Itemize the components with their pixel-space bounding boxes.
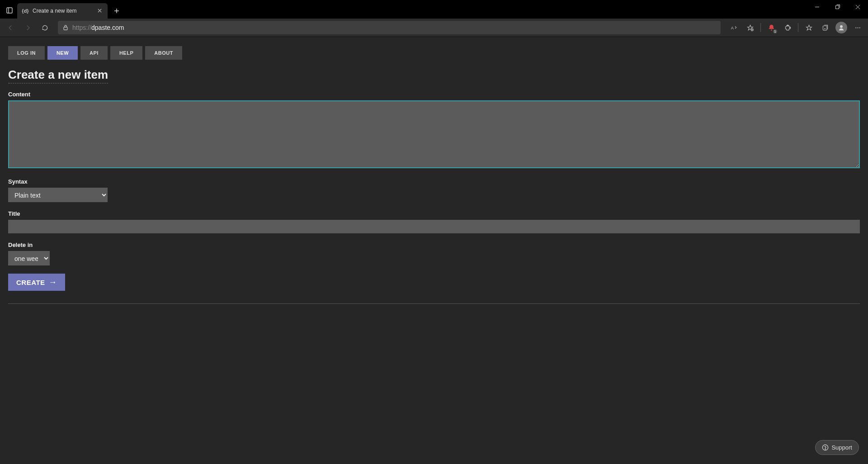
site-info-icon[interactable]: [62, 24, 69, 31]
new-tab-button[interactable]: [110, 5, 123, 17]
syntax-field-group: Syntax Plain text: [8, 178, 860, 202]
content-label: Content: [8, 91, 860, 98]
create-button-label: CREATE: [16, 279, 45, 286]
svg-point-16: [771, 29, 772, 31]
syntax-label: Syntax: [8, 178, 860, 185]
tab-strip: {d} Create a new item: [0, 0, 123, 19]
nav-about[interactable]: ABOUT: [145, 46, 182, 60]
forward-button[interactable]: [20, 20, 35, 35]
tab-actions-button[interactable]: [4, 5, 15, 16]
alerts-icon[interactable]: 1: [764, 20, 779, 35]
tab-close-icon[interactable]: [96, 7, 103, 14]
svg-rect-7: [836, 5, 839, 9]
page-content: LOG IN NEW API HELP ABOUT Create a new i…: [0, 37, 868, 313]
url-text: https://dpaste.com: [72, 24, 124, 31]
avatar-icon: [835, 22, 847, 33]
syntax-select[interactable]: Plain text: [8, 188, 108, 202]
svg-rect-0: [7, 8, 12, 13]
maximize-button[interactable]: [827, 0, 848, 14]
page-viewport: LOG IN NEW API HELP ABOUT Create a new i…: [0, 37, 868, 464]
close-window-button[interactable]: [848, 0, 868, 14]
favorites-icon[interactable]: [801, 20, 816, 35]
profile-button[interactable]: [834, 20, 849, 35]
address-bar[interactable]: https://dpaste.com: [58, 21, 721, 34]
toolbar-separator: [760, 23, 761, 32]
footer-rule: [8, 303, 860, 304]
toolbar-separator: [798, 23, 798, 32]
nav-new[interactable]: NEW: [47, 46, 78, 60]
page-title: Create a new item: [8, 68, 108, 84]
create-button[interactable]: CREATE →: [8, 274, 65, 291]
alert-badge: 1: [773, 29, 777, 33]
support-widget[interactable]: Support: [815, 440, 859, 455]
browser-tab[interactable]: {d} Create a new item: [17, 3, 108, 19]
minimize-button[interactable]: [807, 0, 827, 14]
read-aloud-icon[interactable]: A: [726, 20, 741, 35]
content-field-group: Content: [8, 91, 860, 170]
back-button[interactable]: [3, 20, 18, 35]
more-menu-icon[interactable]: [850, 20, 865, 35]
url-domain: dpaste.com: [91, 24, 124, 31]
support-label: Support: [831, 444, 852, 451]
browser-titlebar: {d} Create a new item: [0, 0, 868, 19]
tab-title: Create a new item: [33, 8, 92, 14]
title-input[interactable]: [8, 220, 860, 233]
browser-toolbar: https://dpaste.com A 1: [0, 19, 868, 37]
svg-point-26: [859, 27, 860, 28]
delete-label: Delete in: [8, 241, 860, 248]
extensions-icon[interactable]: [780, 20, 795, 35]
site-nav: LOG IN NEW API HELP ABOUT: [8, 46, 860, 60]
url-protocol: https://: [72, 24, 91, 31]
nav-help[interactable]: HELP: [110, 46, 142, 60]
toolbar-right: A 1: [726, 20, 865, 35]
delete-field-group: Delete in one week: [8, 241, 860, 265]
collections-icon[interactable]: [817, 20, 833, 35]
nav-login[interactable]: LOG IN: [8, 46, 45, 60]
svg-text:A: A: [731, 25, 734, 30]
window-controls: [807, 0, 868, 14]
tab-favicon: {d}: [22, 7, 29, 14]
nav-api[interactable]: API: [80, 46, 108, 60]
arrow-right-icon: →: [49, 278, 57, 286]
svg-rect-20: [823, 26, 827, 30]
title-label: Title: [8, 210, 860, 217]
help-icon: [822, 444, 829, 451]
svg-rect-10: [64, 27, 67, 30]
refresh-button[interactable]: [37, 20, 52, 35]
title-field-group: Title: [8, 210, 860, 233]
svg-point-24: [855, 27, 856, 28]
delete-select[interactable]: one week: [8, 251, 50, 265]
content-textarea[interactable]: [8, 100, 860, 168]
svg-point-28: [825, 449, 826, 450]
svg-point-23: [840, 25, 843, 28]
svg-point-25: [857, 27, 858, 28]
add-favorite-icon[interactable]: [742, 20, 758, 35]
svg-marker-19: [806, 25, 811, 30]
